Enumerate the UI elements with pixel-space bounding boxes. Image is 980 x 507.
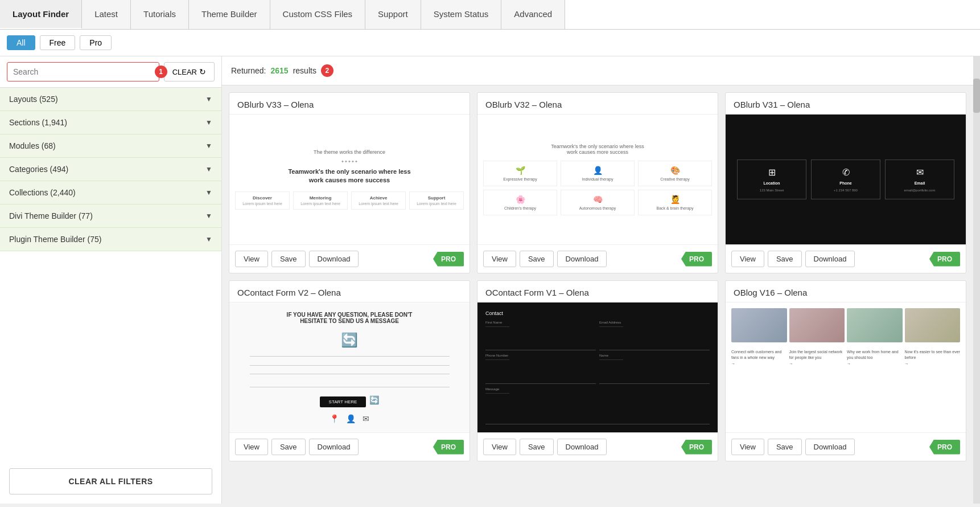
tab-system-status[interactable]: System Status (421, 0, 502, 29)
search-bar: 1 CLEAR ↻ (0, 56, 221, 88)
tab-layout-finder[interactable]: Layout Finder (0, 0, 82, 29)
save-button[interactable]: Save (271, 439, 306, 455)
filter-layouts-label: Layouts (525) (9, 95, 58, 104)
filter-modules-label: Modules (68) (9, 141, 56, 150)
download-button[interactable]: Download (557, 251, 607, 267)
card-preview-blog-v16: Connect with customers and fans in a who… (726, 302, 966, 433)
chevron-down-icon: ▼ (205, 212, 212, 220)
view-button[interactable]: View (731, 439, 764, 455)
card-actions-v33: View Save Download PRO (229, 245, 470, 273)
search-input-wrapper: 1 (7, 62, 159, 81)
sidebar: 1 CLEAR ↻ Layouts (525) ▼ Sections (1,94… (0, 56, 222, 504)
results-prefix: Returned: (231, 66, 266, 75)
save-button[interactable]: Save (271, 251, 306, 267)
pro-badge: PRO (433, 440, 464, 455)
chevron-down-icon: ▼ (205, 189, 212, 197)
save-button[interactable]: Save (520, 251, 554, 267)
cards-grid: OBlurb V33 – Olena The theme works the d… (222, 85, 973, 468)
filter-divi-theme-builder[interactable]: Divi Theme Builder (77) ▼ (0, 205, 221, 228)
results-count: 2615 (270, 66, 288, 75)
card-actions-blog-v16: View Save Download PRO (726, 433, 966, 461)
filter-plugin-theme-builder[interactable]: Plugin Theme Builder (75) ▼ (0, 228, 221, 251)
results-header: Returned: 2615 results 2 (222, 56, 973, 85)
filter-all-btn[interactable]: All (7, 35, 35, 50)
filter-sections: Layouts (525) ▼ Sections (1,941) ▼ Modul… (0, 88, 221, 459)
card-title: OBlurb V31 – Olena (726, 93, 966, 114)
download-button[interactable]: Download (805, 251, 855, 267)
card-title: OBlurb V32 – Olena (477, 93, 718, 114)
scrollbar-thumb[interactable] (973, 79, 980, 113)
card-title: OContact Form V1 – Olena (477, 281, 718, 302)
search-input[interactable] (7, 62, 159, 81)
refresh-icon: ↻ (199, 67, 206, 76)
download-button[interactable]: Download (557, 439, 607, 455)
view-button[interactable]: View (731, 251, 764, 267)
chevron-down-icon: ▼ (205, 95, 212, 103)
tab-latest[interactable]: Latest (82, 0, 131, 29)
pro-badge: PRO (681, 252, 712, 267)
results-badge: 2 (321, 64, 333, 77)
card-oblurb-v31: OBlurb V31 – Olena ⊞ Location 123 Main S… (725, 92, 966, 273)
card-preview-v31: ⊞ Location 123 Main Street ✆ Phone +1 23… (726, 114, 966, 245)
filter-free-btn[interactable]: Free (40, 35, 76, 50)
tab-tutorials[interactable]: Tutorials (131, 0, 189, 29)
view-button[interactable]: View (483, 439, 516, 455)
pro-badge: PRO (681, 440, 712, 455)
clear-search-button[interactable]: CLEAR ↻ (164, 62, 215, 81)
card-blog-v16: OBlog V16 – Olena Connect with customers… (725, 280, 966, 461)
search-badge: 1 (155, 66, 167, 78)
filter-collections-label: Collections (2,440) (9, 188, 76, 197)
card-title: OBlurb V33 – Olena (229, 93, 470, 114)
clear-all-filters-button[interactable]: CLEAR ALL FILTERS (9, 468, 212, 494)
download-button[interactable]: Download (805, 439, 855, 455)
card-preview-contact-v1: Contact First Name —————— Email Address … (477, 302, 718, 433)
card-contact-v2: OContact Form V2 – Olena IF YOU HAVE ANY… (229, 280, 470, 461)
card-actions-contact-v2: View Save Download PRO (229, 433, 470, 461)
save-button[interactable]: Save (520, 439, 554, 455)
filter-sections-label: Sections (1,941) (9, 118, 67, 127)
card-oblurb-v33: OBlurb V33 – Olena The theme works the d… (229, 92, 470, 273)
card-preview-contact-v2: IF YOU HAVE ANY QUESTION, PLEASE DON'THE… (229, 302, 470, 433)
card-title: OContact Form V2 – Olena (229, 281, 470, 302)
filter-modules[interactable]: Modules (68) ▼ (0, 134, 221, 158)
card-preview-v33: The theme works the difference ✦✦✦✦✦ Tea… (229, 114, 470, 245)
save-button[interactable]: Save (768, 251, 802, 267)
clear-label: CLEAR (172, 68, 197, 76)
view-button[interactable]: View (235, 439, 268, 455)
scrollbar-track[interactable] (973, 56, 980, 504)
download-button[interactable]: Download (309, 251, 359, 267)
download-button[interactable]: Download (309, 439, 359, 455)
view-button[interactable]: View (483, 251, 516, 267)
chevron-down-icon: ▼ (205, 165, 212, 173)
filter-sections-item[interactable]: Sections (1,941) ▼ (0, 111, 221, 134)
filter-pro-btn[interactable]: Pro (80, 35, 112, 50)
card-actions-v31: View Save Download PRO (726, 245, 966, 273)
card-actions-v32: View Save Download PRO (477, 245, 718, 273)
card-actions-contact-v1: View Save Download PRO (477, 433, 718, 461)
filter-divi-label: Divi Theme Builder (77) (9, 211, 93, 220)
main-layout: 1 CLEAR ↻ Layouts (525) ▼ Sections (1,94… (0, 56, 980, 504)
card-oblurb-v32: OBlurb V32 – Olena Teamwork's the only s… (477, 92, 718, 273)
tab-support[interactable]: Support (365, 0, 421, 29)
filter-categories-label: Categories (494) (9, 165, 68, 174)
card-title: OBlog V16 – Olena (726, 281, 966, 302)
results-suffix: results (293, 66, 316, 75)
chevron-down-icon: ▼ (205, 235, 212, 243)
filter-categories[interactable]: Categories (494) ▼ (0, 158, 221, 181)
tab-custom-css[interactable]: Custom CSS Files (270, 0, 366, 29)
top-nav: Layout Finder Latest Tutorials Theme Bui… (0, 0, 980, 30)
content-area: Returned: 2615 results 2 OBlurb V33 – Ol… (222, 56, 973, 504)
tab-advanced[interactable]: Advanced (501, 0, 565, 29)
pro-badge: PRO (929, 252, 960, 267)
pro-badge: PRO (929, 440, 960, 455)
card-contact-v1: OContact Form V1 – Olena Contact First N… (477, 280, 718, 461)
pro-badge: PRO (433, 252, 464, 267)
view-button[interactable]: View (235, 251, 268, 267)
filter-layouts[interactable]: Layouts (525) ▼ (0, 88, 221, 111)
filter-type-row: All Free Pro (0, 30, 980, 56)
filter-collections[interactable]: Collections (2,440) ▼ (0, 181, 221, 205)
filter-plugin-label: Plugin Theme Builder (75) (9, 235, 101, 244)
tab-theme-builder[interactable]: Theme Builder (189, 0, 270, 29)
save-button[interactable]: Save (768, 439, 802, 455)
chevron-down-icon: ▼ (205, 118, 212, 126)
